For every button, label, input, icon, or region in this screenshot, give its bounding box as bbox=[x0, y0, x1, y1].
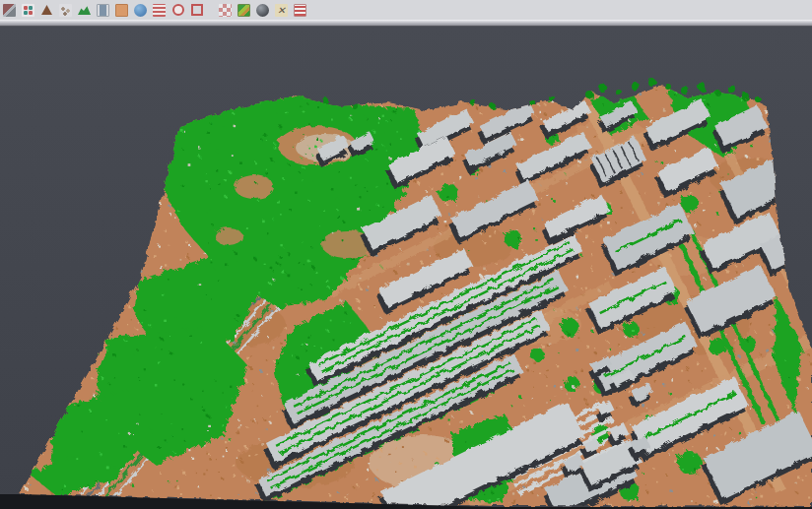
grid-check-icon[interactable] bbox=[218, 3, 233, 18]
terrain-mountain-icon[interactable] bbox=[39, 3, 54, 18]
target-circle-icon[interactable] bbox=[170, 3, 185, 18]
profile-section-icon[interactable] bbox=[96, 3, 110, 18]
classify-split-icon[interactable] bbox=[2, 3, 17, 18]
dtm-hill-icon[interactable] bbox=[77, 3, 92, 18]
sphere-render-icon[interactable] bbox=[255, 3, 270, 18]
crop-region-icon[interactable] bbox=[189, 3, 204, 18]
flag-stripes-icon[interactable] bbox=[293, 3, 307, 18]
application-window: { "toolbar": { "background": "#d6d7db", … bbox=[0, 0, 812, 509]
transform-cross-icon[interactable] bbox=[274, 3, 289, 18]
ortho-tile-icon[interactable] bbox=[114, 3, 129, 18]
globe-icon[interactable] bbox=[133, 3, 148, 18]
terrain-mesh bbox=[15, 79, 812, 509]
point-cloud-icon[interactable] bbox=[58, 3, 73, 18]
contour-lines-icon[interactable] bbox=[152, 3, 167, 18]
toolbar bbox=[0, 0, 812, 20]
scene-canvas[interactable] bbox=[0, 27, 812, 509]
viewport-3d[interactable] bbox=[0, 27, 812, 509]
toolbar-divider bbox=[0, 20, 812, 27]
class-colors-icon[interactable] bbox=[21, 3, 35, 18]
classified-map-icon[interactable] bbox=[237, 3, 251, 18]
